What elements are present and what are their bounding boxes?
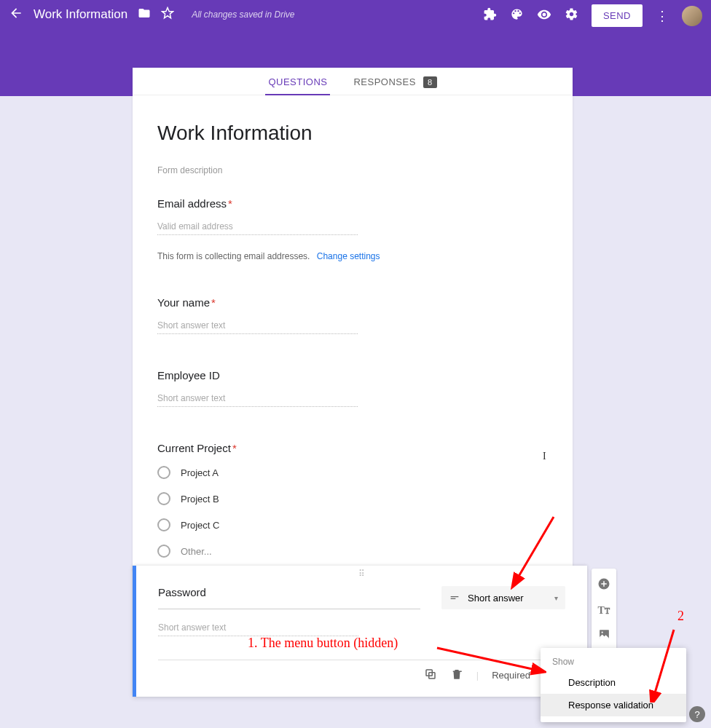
- tab-responses-label: RESPONSES: [353, 76, 415, 87]
- question-label: Your name: [157, 296, 210, 309]
- name-input-placeholder: Short answer text: [157, 320, 358, 334]
- active-question-title[interactable]: Password: [158, 586, 420, 609]
- required-asterisk: *: [228, 197, 232, 210]
- question-label: Employee ID: [157, 369, 220, 381]
- change-settings-link[interactable]: Change settings: [317, 251, 380, 261]
- radio-label: Project C: [181, 520, 219, 531]
- addons-icon[interactable]: [483, 7, 497, 24]
- add-question-icon[interactable]: [597, 577, 610, 593]
- radio-option[interactable]: Project C: [157, 518, 548, 531]
- employee-id-input-placeholder: Short answer text: [157, 393, 358, 407]
- radio-label: Project A: [181, 467, 219, 478]
- svg-point-4: [601, 632, 602, 633]
- add-title-icon[interactable]: Tᴛ: [597, 604, 610, 617]
- form-title[interactable]: Work Information: [157, 122, 548, 145]
- question-title: Current Project*: [157, 442, 548, 454]
- tabs-bar: QUESTIONS RESPONSES 8: [133, 68, 573, 95]
- required-label: Required: [492, 670, 530, 681]
- radio-icon: [157, 466, 170, 479]
- add-image-icon[interactable]: [598, 628, 610, 643]
- save-status: All changes saved in Drive: [192, 9, 294, 20]
- form-description[interactable]: Form description: [157, 165, 548, 175]
- question-label: Current Project: [157, 442, 231, 454]
- tab-questions[interactable]: QUESTIONS: [268, 76, 327, 95]
- radio-icon: [157, 518, 170, 531]
- radio-label: Project B: [181, 494, 219, 505]
- settings-icon[interactable]: [565, 7, 578, 24]
- question-type-label: Short answer: [468, 593, 524, 604]
- question-footer: | Required: [136, 660, 587, 690]
- text-cursor-icon: I: [543, 451, 546, 462]
- more-options-icon[interactable]: ⋮: [656, 8, 669, 24]
- required-asterisk: *: [232, 442, 237, 454]
- active-question-placeholder: Short answer text: [158, 622, 358, 636]
- document-title[interactable]: Work Information: [34, 7, 127, 22]
- question-email: Email address* Valid email address This …: [157, 197, 548, 261]
- popup-title: Show: [541, 654, 686, 671]
- drag-handle-icon[interactable]: ⠿: [136, 566, 587, 579]
- question-options-popup: Show Description Response validation: [541, 648, 686, 722]
- popup-item-description[interactable]: Description: [541, 671, 686, 694]
- help-button[interactable]: ?: [689, 706, 705, 722]
- question-title: Email address*: [157, 197, 548, 210]
- side-toolbar: Tᴛ: [592, 569, 616, 652]
- preview-icon[interactable]: [537, 7, 551, 25]
- question-title: Employee ID: [157, 369, 548, 381]
- required-asterisk: *: [211, 296, 216, 309]
- radio-label: Other...: [181, 546, 212, 557]
- question-title: Your name*: [157, 296, 548, 309]
- send-button[interactable]: SEND: [592, 4, 643, 27]
- radio-icon: [157, 492, 170, 505]
- radio-icon: [157, 545, 170, 558]
- question-employee-id: Employee ID Short answer text: [157, 369, 548, 407]
- separator: |: [476, 670, 479, 681]
- delete-icon[interactable]: [450, 668, 463, 683]
- question-label: Email address: [157, 197, 227, 210]
- back-arrow-icon[interactable]: [9, 6, 23, 23]
- form-card: QUESTIONS RESPONSES 8 Work Information F…: [133, 68, 573, 571]
- response-count-badge: 8: [423, 76, 437, 88]
- short-answer-icon: [449, 592, 460, 604]
- folder-icon[interactable]: [138, 7, 151, 23]
- popup-item-response-validation[interactable]: Response validation: [541, 694, 686, 716]
- dropdown-arrow-icon: ▾: [554, 594, 558, 602]
- annotation-label-2: 2: [677, 609, 684, 624]
- star-icon[interactable]: [161, 7, 174, 23]
- tab-responses[interactable]: RESPONSES 8: [353, 76, 436, 95]
- radio-option[interactable]: Project A: [157, 466, 548, 479]
- active-question-card: ⠿ Password Short answer ▾ Short answer t…: [133, 566, 587, 697]
- user-avatar[interactable]: [682, 6, 702, 26]
- email-input-placeholder: Valid email address: [157, 221, 358, 235]
- question-project: Current Project* Project A Project B Pro…: [157, 442, 548, 558]
- duplicate-icon[interactable]: [424, 668, 437, 683]
- radio-option[interactable]: Project B: [157, 492, 548, 505]
- collection-note-text: This form is collecting email addresses.: [157, 251, 310, 261]
- question-type-selector[interactable]: Short answer ▾: [441, 586, 565, 609]
- palette-icon[interactable]: [510, 7, 524, 24]
- collection-note: This form is collecting email addresses.…: [157, 251, 548, 261]
- question-name: Your name* Short answer text: [157, 296, 548, 334]
- radio-option-other[interactable]: Other...: [157, 545, 548, 558]
